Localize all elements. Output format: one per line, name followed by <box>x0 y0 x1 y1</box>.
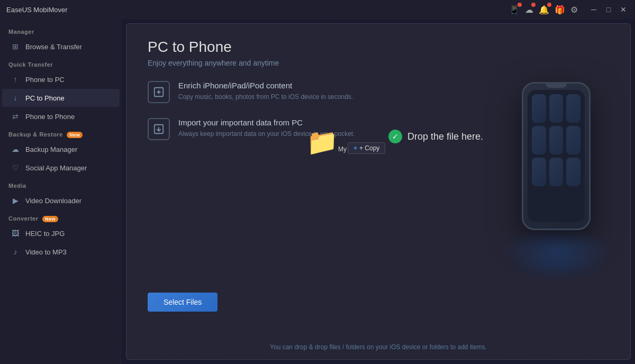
backup-new-badge: New <box>67 132 83 138</box>
phone-to-phone-icon: ⇄ <box>11 112 20 121</box>
sidebar: Manager ⊞ Browse & Transfer Quick Transf… <box>0 19 122 364</box>
phone-to-pc-icon: ↑ <box>11 75 20 84</box>
backup-manager-icon: ☁ <box>11 144 20 154</box>
sidebar-item-video-downloader-label: Video Downloader <box>25 197 81 205</box>
drop-zone-hint: ✓ Drop the file here. <box>388 130 483 143</box>
maximize-button[interactable]: □ <box>603 4 614 15</box>
close-button[interactable]: ✕ <box>618 4 629 15</box>
phone-shadow <box>507 250 608 281</box>
cloud-icon[interactable]: ☁ <box>525 5 533 15</box>
video-downloader-icon: ▶ <box>11 196 20 205</box>
settings-icon[interactable]: ⚙ <box>570 5 578 15</box>
phone-illustration <box>514 50 598 325</box>
copy-label: + Copy <box>359 144 379 152</box>
sidebar-item-backup-manager[interactable]: ☁ Backup Manager <box>2 140 120 158</box>
sidebar-item-pc-to-phone-label: PC to Phone <box>25 94 65 102</box>
phone-app-icon <box>549 126 564 154</box>
minimize-button[interactable]: ─ <box>588 4 599 15</box>
sidebar-item-browse-transfer-label: Browse & Transfer <box>25 43 82 51</box>
bell-icon[interactable]: 🔔 <box>539 5 549 15</box>
main-content: PC to Phone Enjoy everything anywhere an… <box>126 23 631 360</box>
import-title: Import your important data from PC <box>178 118 355 127</box>
sidebar-item-video-downloader[interactable]: ▶ Video Downloader <box>2 192 120 210</box>
phone-app-icon <box>566 126 580 154</box>
phone-app-icon <box>549 94 564 123</box>
heic-icon: 🖼 <box>11 229 20 238</box>
sidebar-item-phone-to-phone-label: Phone to Phone <box>25 113 75 121</box>
sidebar-item-browse-transfer[interactable]: ⊞ Browse & Transfer <box>2 38 120 56</box>
file-label: My <box>338 145 347 153</box>
sidebar-item-phone-to-pc-label: Phone to PC <box>25 76 65 84</box>
sidebar-item-phone-to-phone[interactable]: ⇄ Phone to Phone <box>2 107 120 125</box>
phone-app-icon <box>566 158 580 186</box>
browse-transfer-icon: ⊞ <box>11 42 20 51</box>
phone-app-icon <box>549 158 564 186</box>
phone-notch <box>546 84 567 88</box>
gift-icon[interactable]: 🎁 <box>555 5 565 15</box>
section-media: Media <box>0 177 122 191</box>
window-controls: ─ □ ✕ <box>588 4 629 15</box>
titlebar-icons: 📱 ☁ 🔔 🎁 ⚙ ─ □ ✕ <box>509 4 629 15</box>
select-files-button[interactable]: Select Files <box>148 293 217 312</box>
dragged-file: 📁 My + + Copy <box>306 130 385 155</box>
app-title: EaseUS MobiMover <box>6 6 68 14</box>
drop-text: Drop the file here. <box>407 131 483 142</box>
sidebar-item-backup-manager-label: Backup Manager <box>25 145 77 153</box>
section-converter: Converter New <box>0 210 122 224</box>
converter-new-badge: New <box>42 216 58 222</box>
sidebar-item-phone-to-pc[interactable]: ↑ Phone to PC <box>2 70 120 88</box>
sidebar-item-heic-to-jpg[interactable]: 🖼 HEIC to JPG <box>2 224 120 242</box>
section-manager: Manager <box>0 23 122 37</box>
phone-body <box>522 82 591 230</box>
bottom-hint: You can drop & drop files / folders on y… <box>126 343 630 351</box>
sidebar-item-pc-to-phone[interactable]: ↓ PC to Phone <box>2 89 120 107</box>
section-backup-restore: Backup & Restore New <box>0 126 122 140</box>
sidebar-item-social-app-label: Social App Manager <box>25 164 87 172</box>
phone-icon[interactable]: 📱 <box>509 5 520 15</box>
drop-check-icon: ✓ <box>388 130 402 143</box>
sidebar-item-video-to-mp3[interactable]: ♪ Video to MP3 <box>2 243 120 261</box>
enrich-icon <box>148 81 170 103</box>
titlebar: EaseUS MobiMover 📱 ☁ 🔔 🎁 ⚙ ─ □ ✕ <box>0 0 635 19</box>
phone-app-icon <box>532 158 546 186</box>
video-to-mp3-icon: ♪ <box>11 247 20 257</box>
pc-to-phone-icon: ↓ <box>11 93 20 103</box>
sidebar-item-social-app-manager[interactable]: ♡ Social App Manager <box>2 159 120 177</box>
enrich-text: Enrich iPhone/iPad/iPod content Copy mus… <box>178 81 353 102</box>
copy-tooltip: + + Copy <box>348 142 385 154</box>
sidebar-item-video-to-mp3-label: Video to MP3 <box>25 248 67 256</box>
phone-app-icon <box>532 94 546 123</box>
enrich-desc: Copy music, books, photos from PC to iOS… <box>178 92 353 102</box>
phone-app-icon <box>532 126 546 154</box>
app-body: Manager ⊞ Browse & Transfer Quick Transf… <box>0 19 635 364</box>
import-icon <box>148 118 170 140</box>
section-quick-transfer: Quick Transfer <box>0 56 122 70</box>
file-icon: 📁 <box>306 130 338 155</box>
phone-app-icon <box>566 94 580 123</box>
copy-plus-icon: + <box>353 144 357 152</box>
phone-screen <box>528 90 585 222</box>
sidebar-item-heic-label: HEIC to JPG <box>25 230 65 238</box>
enrich-title: Enrich iPhone/iPad/iPod content <box>178 81 353 90</box>
social-app-icon: ♡ <box>11 163 20 172</box>
